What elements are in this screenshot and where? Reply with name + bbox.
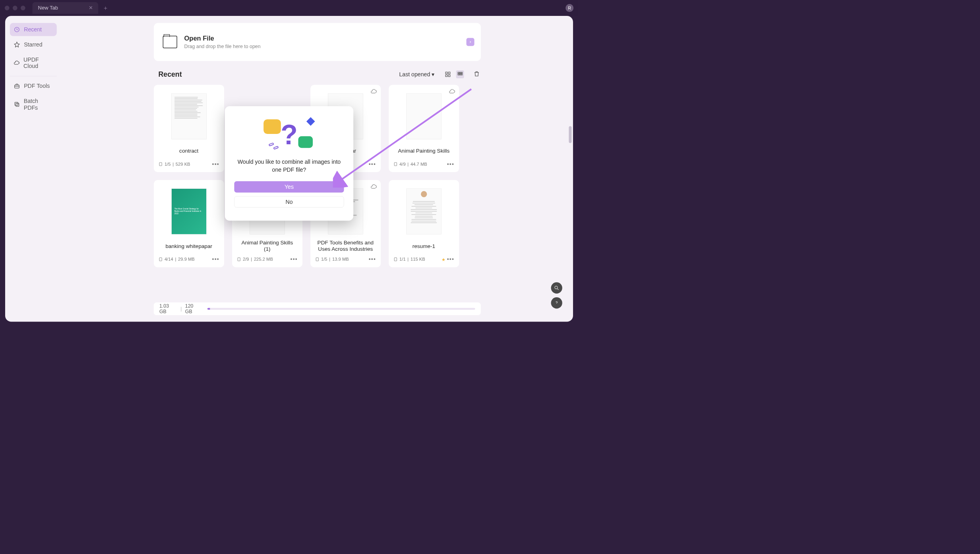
modal-illustration: ? [262, 116, 316, 149]
modal-overlay: ? Would you like to combine all images i… [0, 0, 578, 327]
combine-images-modal: ? Would you like to combine all images i… [225, 106, 353, 221]
modal-message: Would you like to combine all images int… [234, 158, 344, 174]
modal-yes-button[interactable]: Yes [234, 181, 344, 192]
modal-no-button[interactable]: No [234, 196, 344, 207]
